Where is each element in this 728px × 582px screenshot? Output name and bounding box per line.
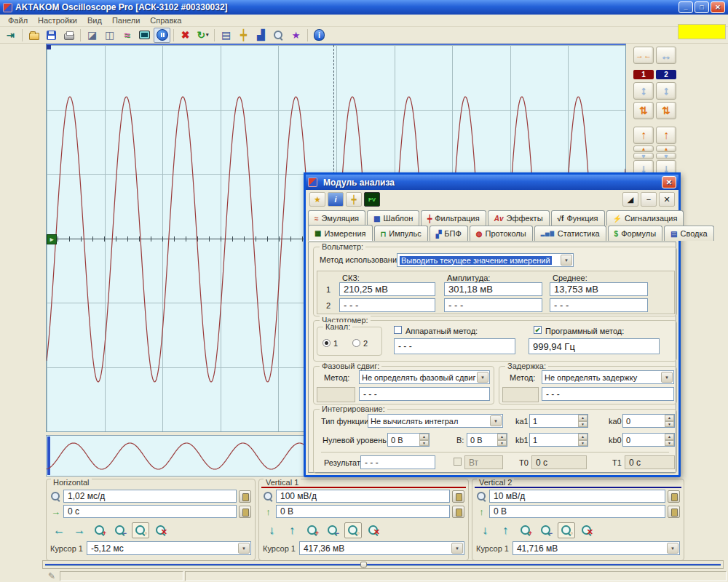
- offset-device-button[interactable]: [239, 506, 251, 518]
- watt-checkbox[interactable]: [454, 458, 462, 466]
- ka1-spinner[interactable]: 1▲▼: [529, 414, 588, 428]
- phase-value-field[interactable]: - - -: [359, 387, 490, 401]
- phase-method-combo[interactable]: Не определять фазовый сдвиг▼: [359, 370, 490, 384]
- spin-down-icon[interactable]: ▼: [497, 440, 507, 447]
- pan-right-button[interactable]: →: [71, 522, 88, 538]
- function-type-combo[interactable]: Не вычислять интеграл▼: [368, 414, 503, 428]
- screen-view-button[interactable]: FV: [364, 192, 380, 207]
- shift-up-button[interactable]: ↑: [283, 522, 301, 538]
- tab-statistics[interactable]: ▂▅▇Статистика: [534, 226, 606, 241]
- save-button[interactable]: [43, 28, 60, 43]
- ch1-scale-field[interactable]: 100 мВ/д: [276, 490, 450, 503]
- timebase-field[interactable]: 1,02 мс/д: [63, 490, 237, 503]
- zoom-out-button[interactable]: −: [111, 522, 129, 538]
- tab-effects[interactable]: AvЭффекты: [488, 210, 550, 226]
- zoom-window-button[interactable]: ▫: [132, 522, 149, 538]
- zero-b-spinner[interactable]: 0 В▲▼: [467, 433, 507, 447]
- delay-method-combo[interactable]: Не определять задержку▼: [542, 370, 674, 384]
- ch2-offset-device-button[interactable]: [668, 506, 680, 518]
- ch1-shift-up-button[interactable]: ↑: [633, 127, 654, 144]
- info-panel-button[interactable]: ▤: [218, 28, 234, 43]
- pan-left-button[interactable]: ←: [50, 522, 68, 538]
- ka0-spinner[interactable]: 0▲▼: [622, 414, 675, 428]
- software-method-checkbox[interactable]: ✔: [534, 326, 542, 334]
- shift-down-button[interactable]: ↓: [263, 522, 280, 538]
- ch2-nudge-up-button[interactable]: ▴: [656, 146, 676, 152]
- timebase-device-button[interactable]: [239, 490, 251, 503]
- combo-arrow-icon[interactable]: ▼: [477, 372, 488, 383]
- compress-horizontal-button[interactable]: →←: [633, 47, 654, 64]
- hardware-method-checkbox[interactable]: [394, 326, 402, 334]
- hardware-freq-field[interactable]: - - -: [394, 338, 515, 354]
- restart-button[interactable]: ↻▾: [194, 28, 211, 43]
- search-button[interactable]: [270, 28, 287, 43]
- record-button[interactable]: ◪: [84, 28, 100, 43]
- info-button[interactable]: i: [328, 192, 344, 207]
- playback-button[interactable]: ◫: [101, 28, 118, 43]
- shift-down-button[interactable]: ↓: [476, 522, 494, 538]
- zoom-out-button[interactable]: −: [324, 522, 341, 538]
- ch1-nudge-down-button[interactable]: ▾: [633, 153, 654, 159]
- ch1-nudge-up-button[interactable]: ▴: [633, 146, 654, 152]
- spin-up-icon[interactable]: ▲: [419, 434, 429, 440]
- ch1-amplitude-field[interactable]: 301,18 мВ: [444, 282, 542, 296]
- spin-down-icon[interactable]: ▼: [578, 440, 587, 447]
- trigger-level-marker[interactable]: ▸: [47, 234, 57, 244]
- cursor1-time-combo[interactable]: -5,12 мс▼: [87, 541, 251, 555]
- ch2-amplitude-field[interactable]: - - -: [444, 298, 542, 312]
- print-button[interactable]: [60, 28, 77, 43]
- ch2-scale-field[interactable]: 10 мВ/д: [489, 490, 665, 503]
- dialog-close-small-button[interactable]: ✕: [659, 192, 675, 207]
- zoom-in-button[interactable]: +: [91, 522, 108, 538]
- dialog-title-bar[interactable]: Модуль анализа ✕: [306, 175, 678, 190]
- ch1-offset-device-button[interactable]: [452, 506, 464, 518]
- measure-button[interactable]: ┿: [235, 28, 252, 43]
- ch2-expand-vertical-button[interactable]: ↕: [656, 82, 676, 100]
- caliper-button[interactable]: ┿: [346, 192, 362, 207]
- ch1-expand-vertical-button[interactable]: ↕: [633, 82, 654, 100]
- tab-pulse[interactable]: ⊓Импульс: [374, 226, 428, 241]
- magic-button[interactable]: ★: [288, 28, 304, 43]
- ch2-scale-device-button[interactable]: [668, 490, 680, 503]
- tab-function[interactable]: √fФункция: [551, 210, 605, 226]
- zoom-window-button[interactable]: ▫: [344, 522, 362, 538]
- spin-up-icon[interactable]: ▲: [497, 434, 507, 440]
- waves-button[interactable]: ≈: [119, 28, 135, 43]
- tab-filtering[interactable]: ┿Фильтрация: [421, 210, 486, 226]
- slider-thumb[interactable]: [360, 562, 367, 568]
- minimize-button[interactable]: _: [678, 1, 693, 13]
- cursor1-voltage-combo[interactable]: 417,36 мВ▼: [299, 541, 464, 555]
- zoom-window-button[interactable]: ▫: [558, 522, 575, 538]
- pause-button[interactable]: [154, 28, 170, 43]
- help-button[interactable]: i: [311, 28, 328, 43]
- ch1-offset-field[interactable]: 0 В: [276, 505, 450, 518]
- spin-up-icon[interactable]: ▲: [578, 434, 587, 440]
- zoom-reset-button[interactable]: ✕: [365, 522, 382, 538]
- close-button[interactable]: ✕: [711, 1, 725, 13]
- tab-template[interactable]: ▩Шаблон: [367, 210, 419, 226]
- spin-down-icon[interactable]: ▼: [665, 440, 674, 447]
- ch2-compress-vertical-button[interactable]: ⇅: [656, 102, 676, 119]
- chart-tool-button[interactable]: ▟: [253, 28, 269, 43]
- ch1-scale-device-button[interactable]: [452, 490, 464, 503]
- tab-alarm[interactable]: ⚡Сигнализация: [606, 210, 684, 226]
- zoom-in-button[interactable]: +: [304, 522, 321, 538]
- menu-panels[interactable]: Панели: [107, 15, 145, 26]
- tab-formulas[interactable]: $Формулы: [608, 226, 662, 241]
- channel2-radio[interactable]: [352, 339, 360, 347]
- result-field[interactable]: - - -: [360, 455, 435, 469]
- tab-emulation[interactable]: ≈Эмуляция: [308, 210, 365, 226]
- export-chart-button[interactable]: ◢: [622, 192, 638, 207]
- spin-up-icon[interactable]: ▲: [665, 415, 674, 421]
- tab-summary[interactable]: ▤Сводка: [664, 226, 714, 241]
- ch2-rms-field[interactable]: - - -: [339, 298, 435, 312]
- combo-arrow-icon[interactable]: ▼: [667, 543, 678, 554]
- display-button[interactable]: [136, 28, 153, 43]
- ch1-mean-field[interactable]: 13,753 мВ: [550, 282, 648, 296]
- spin-up-icon[interactable]: ▲: [665, 434, 674, 440]
- dialog-close-button[interactable]: ✕: [662, 176, 676, 188]
- zoom-reset-button[interactable]: ✕: [578, 522, 596, 538]
- combo-arrow-icon[interactable]: ▼: [561, 255, 572, 266]
- time-position-slider[interactable]: [42, 560, 724, 569]
- spin-down-icon[interactable]: ▼: [419, 440, 429, 447]
